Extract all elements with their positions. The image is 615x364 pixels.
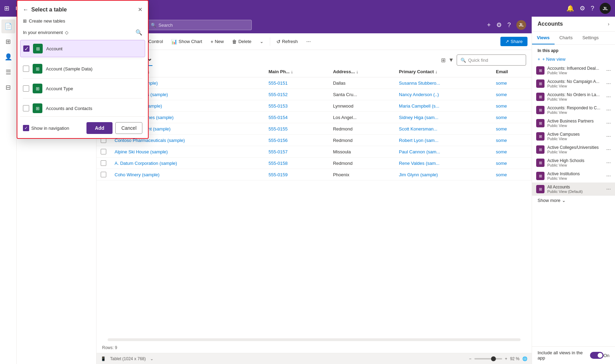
- col-email[interactable]: Email: [492, 66, 532, 77]
- include-views-toggle[interactable]: [590, 352, 604, 359]
- new-view-button[interactable]: + + New view: [532, 54, 615, 64]
- view-more-icon[interactable]: ···: [606, 67, 611, 74]
- row-contact[interactable]: Nancy Anderson (..): [395, 89, 492, 100]
- zoom-out-icon[interactable]: −: [469, 356, 472, 361]
- show-more-button[interactable]: Show more ⌄: [532, 196, 615, 205]
- sidebar-nav-icon[interactable]: ☰: [1, 65, 15, 79]
- zoom-in-icon[interactable]: +: [505, 356, 507, 361]
- modal-table-item[interactable]: ⊞ Account (Sample Data): [20, 60, 145, 77]
- modal-table-item[interactable]: ⊞ Account Type: [20, 80, 145, 97]
- modal-header: ← Select a table ✕: [17, 1, 148, 16]
- col-primary-contact[interactable]: Primary Contact ↓: [395, 66, 492, 77]
- gear-icon[interactable]: ⚙: [580, 5, 585, 12]
- quick-find-container[interactable]: 🔍 Quick find: [457, 54, 526, 66]
- view-list-item[interactable]: ⊞ Accounts: Influenced Deal... Public Vi…: [532, 64, 615, 77]
- more-options-button[interactable]: ⋯: [303, 37, 314, 46]
- refresh-button[interactable]: ↺ Refresh: [273, 37, 301, 46]
- view-more-icon[interactable]: ···: [606, 160, 611, 166]
- row-checkbox-cell[interactable]: [97, 158, 110, 169]
- add-button[interactable]: Add: [86, 122, 113, 134]
- row-contact[interactable]: Susanna Stubbero...: [395, 77, 492, 89]
- row-contact[interactable]: Scott Konersman...: [395, 123, 492, 135]
- table-checkbox[interactable]: ✓: [23, 45, 30, 52]
- help-icon-designer[interactable]: ?: [507, 22, 511, 29]
- row-contact[interactable]: Rene Valdes (sam...: [395, 158, 492, 169]
- view-list-item[interactable]: ⊞ Active Business Partners Public View ·…: [532, 117, 615, 130]
- row-account-name[interactable]: A. Datum Corporation (sample): [110, 158, 264, 169]
- bell-icon[interactable]: 🔔: [566, 5, 574, 12]
- new-button[interactable]: + New: [207, 37, 227, 46]
- grid-view-icon[interactable]: ⊞: [441, 57, 446, 64]
- cancel-button[interactable]: Cancel: [115, 122, 142, 134]
- tab-views[interactable]: Views: [532, 32, 555, 44]
- view-more-icon[interactable]: ···: [606, 186, 611, 192]
- view-more-icon[interactable]: ···: [606, 173, 611, 179]
- row-contact[interactable]: Robert Lyon (sam...: [395, 135, 492, 146]
- view-list-item[interactable]: ⊞ Accounts: No Campaign A... Public View…: [532, 77, 615, 90]
- row-account-name[interactable]: Alpine Ski House (sample): [110, 146, 264, 158]
- modal-close-button[interactable]: ✕: [138, 6, 142, 13]
- avatar[interactable]: JL: [600, 3, 611, 14]
- row-checkbox[interactable]: [101, 172, 106, 177]
- show-chart-button[interactable]: 📊 Show Chart: [168, 37, 206, 46]
- share-button[interactable]: ↗ Share: [500, 37, 527, 46]
- designer-avatar[interactable]: JL: [516, 20, 526, 30]
- dropdown-button[interactable]: ⌄: [256, 37, 267, 46]
- view-list-item[interactable]: ⊞ Active Campuses Public View ···: [532, 130, 615, 143]
- row-contact[interactable]: Paul Cannon (sam...: [395, 146, 492, 158]
- view-list-item[interactable]: ⊞ Active High Schools Public View ···: [532, 156, 615, 169]
- row-checkbox[interactable]: [101, 160, 106, 166]
- view-more-icon[interactable]: ···: [606, 146, 611, 153]
- table-checkbox[interactable]: [23, 85, 29, 92]
- right-panel-expand-icon[interactable]: ›: [608, 21, 609, 27]
- back-icon-modal[interactable]: ←: [23, 7, 28, 13]
- row-contact[interactable]: Jim Glynn (sample): [395, 169, 492, 180]
- globe-icon[interactable]: 🌐: [522, 356, 527, 361]
- row-contact[interactable]: Maria Campbell (s...: [395, 100, 492, 112]
- row-checkbox[interactable]: [101, 149, 106, 154]
- tab-charts[interactable]: Charts: [555, 32, 577, 44]
- view-more-icon[interactable]: ···: [606, 94, 611, 100]
- sidebar-data-icon[interactable]: ⊞: [1, 35, 15, 49]
- row-account-name[interactable]: Coho Winery (sample): [110, 169, 264, 180]
- sidebar-logic-icon[interactable]: 👤: [1, 50, 15, 64]
- row-contact[interactable]: Sidney Higa (sam...: [395, 112, 492, 123]
- view-list-item[interactable]: ⊞ All Accounts Public View (Default) ···: [532, 183, 615, 196]
- delete-button[interactable]: 🗑 Delete: [228, 37, 255, 46]
- chevron-down-icon-3[interactable]: ⌄: [150, 356, 153, 361]
- horizontal-scrollbar[interactable]: [108, 338, 521, 341]
- view-list-item[interactable]: ⊞ Accounts: No Orders in La... Public Vi…: [532, 90, 615, 103]
- col-address[interactable]: Address... ↓: [329, 66, 395, 77]
- col-main-phone[interactable]: Main Ph... ↓: [264, 66, 329, 77]
- view-more-icon[interactable]: ···: [606, 81, 611, 87]
- view-more-icon[interactable]: ···: [606, 133, 611, 139]
- designer-search[interactable]: 🔍 Search: [148, 20, 252, 30]
- view-list-item[interactable]: ⊞ Active Colleges/Universities Public Vi…: [532, 143, 615, 156]
- help-icon[interactable]: ?: [591, 5, 594, 12]
- view-name: Accounts: Influenced Deal...: [547, 66, 604, 71]
- row-checkbox-cell[interactable]: [97, 146, 110, 158]
- view-name: Active Campuses: [547, 132, 604, 137]
- zoom-slider[interactable]: [474, 358, 502, 359]
- waffle-icon[interactable]: ⊞: [4, 5, 9, 12]
- table-scroll[interactable]: Account Name ↓ Main Ph... ↓ Address... ↓…: [97, 66, 532, 337]
- device-icon: 📱: [101, 356, 106, 361]
- sidebar-other-icon[interactable]: ⊟: [1, 81, 15, 94]
- row-checkbox-cell[interactable]: [97, 169, 110, 180]
- view-more-icon[interactable]: ···: [606, 120, 611, 126]
- filter-icon[interactable]: ▼: [448, 57, 454, 63]
- modal-table-item[interactable]: ✓ ⊞ Account: [20, 40, 145, 57]
- modal-search-icon[interactable]: 🔍: [135, 29, 142, 36]
- view-list-item[interactable]: ⊞ Active Institutions Public View ···: [532, 169, 615, 183]
- modal-table-item[interactable]: ⊞ Accounts and Contacts: [20, 100, 145, 115]
- table-checkbox[interactable]: [23, 105, 29, 111]
- view-more-icon[interactable]: ···: [606, 107, 611, 113]
- gear-icon-designer[interactable]: ⚙: [496, 21, 502, 29]
- plus-icon[interactable]: +: [487, 22, 491, 29]
- tab-settings[interactable]: Settings: [577, 32, 604, 44]
- sidebar-pages-icon[interactable]: 📄: [1, 19, 15, 33]
- table-checkbox[interactable]: [23, 66, 29, 72]
- create-new-tables-link[interactable]: ⊞ Create new tables: [17, 16, 148, 26]
- view-list-item[interactable]: ⊞ Accounts: Responded to C... Public Vie…: [532, 103, 615, 117]
- show-in-nav-checkbox[interactable]: ✓: [23, 125, 29, 131]
